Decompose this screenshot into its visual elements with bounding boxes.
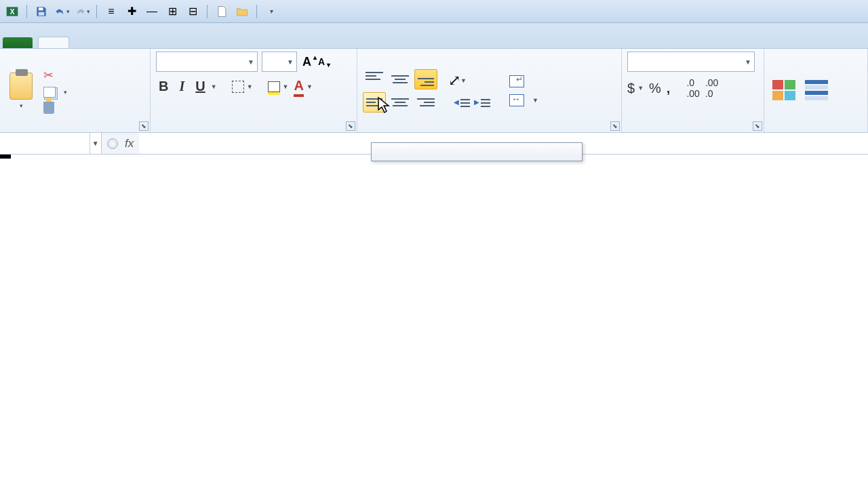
clipboard-icon [9, 73, 33, 100]
shrink-font-button[interactable]: A [317, 56, 326, 67]
font-color-button[interactable]: A [294, 78, 303, 95]
tab-view[interactable] [218, 37, 248, 48]
tab-formulas[interactable] [129, 37, 159, 48]
merge-icon [509, 94, 524, 106]
number-format-combo[interactable]: ▼ [627, 52, 755, 72]
name-box[interactable]: ▼ [0, 133, 102, 154]
group-number: ▼ $▼ % , .0.00 .00.0 ⬊ [622, 49, 764, 132]
svg-rect-2 [39, 7, 43, 10]
conditional-formatting-icon [772, 80, 795, 100]
ribbon-tabs [0, 23, 868, 49]
active-cell [0, 155, 11, 159]
tab-review[interactable] [189, 37, 218, 48]
cancel-icon[interactable] [107, 138, 118, 149]
qat-custom-icon[interactable]: ⊞ [164, 3, 180, 20]
borders-button[interactable] [232, 81, 244, 93]
qat-custom-icon[interactable]: ⊟ [184, 3, 201, 20]
align-bottom-button[interactable] [414, 69, 437, 89]
chevron-down-icon[interactable]: ▼ [637, 85, 644, 92]
undo-icon[interactable]: ▾ [54, 3, 70, 20]
cut-button[interactable]: ✂ [41, 67, 70, 83]
paste-button[interactable]: ▾ [5, 71, 37, 110]
group-label [156, 129, 351, 131]
formula-buttons: fx [102, 133, 139, 154]
align-left-button[interactable] [363, 92, 386, 113]
chevron-down-icon[interactable]: ▼ [211, 83, 217, 90]
title-bar: X ▾ ▾ ≡ ✚ — ⊞ ⊟ ▾ [0, 0, 868, 23]
qat-customize-icon[interactable]: ▾ [263, 3, 279, 20]
tab-home[interactable] [38, 37, 69, 48]
comma-format-button[interactable]: , [667, 81, 671, 96]
excel-app-icon[interactable]: X [4, 3, 20, 20]
orientation-button[interactable]: ⤢ [448, 72, 460, 89]
align-top-button[interactable] [363, 69, 386, 89]
svg-rect-3 [39, 12, 44, 15]
tab-data[interactable] [159, 37, 189, 48]
qat-custom-icon[interactable]: — [144, 3, 160, 20]
bold-button[interactable]: B [156, 77, 171, 96]
grow-font-button[interactable]: A [301, 55, 313, 69]
brush-icon [43, 102, 54, 114]
dialog-launcher-icon[interactable]: ⬊ [753, 121, 762, 131]
increase-decimal-button[interactable]: .0.00 [686, 77, 699, 99]
group-font: ▼ ▼ A A B I U▼ ▼ ▼ A▼ ⬊ [151, 49, 357, 132]
ribbon: ▾ ✂ ▾ ⬊ ▼ ▼ A A B I U▼ ▼ [0, 49, 868, 133]
copy-button[interactable]: ▾ [41, 86, 70, 98]
font-size-combo[interactable]: ▼ [262, 52, 297, 72]
name-box-input[interactable] [0, 136, 90, 151]
quick-access-toolbar: X ▾ ▾ ≡ ✚ — ⊞ ⊟ ▾ [4, 3, 279, 20]
format-as-table-button[interactable] [802, 77, 831, 104]
group-label [363, 129, 616, 131]
save-icon[interactable] [33, 3, 50, 20]
decrease-indent-button[interactable] [455, 96, 471, 110]
italic-button[interactable]: I [176, 77, 187, 96]
spreadsheet-grid[interactable] [0, 155, 868, 488]
copy-icon [43, 87, 56, 98]
align-center-button[interactable] [389, 92, 412, 113]
accounting-format-button[interactable]: $ [627, 81, 635, 96]
redo-icon[interactable]: ▾ [74, 3, 90, 20]
qat-custom-icon[interactable]: ≡ [103, 3, 119, 20]
align-middle-button[interactable] [389, 69, 412, 89]
open-folder-icon[interactable] [234, 3, 250, 20]
chevron-down-icon: ▼ [248, 58, 254, 66]
chevron-down-icon[interactable]: ▼ [307, 83, 313, 90]
group-label [627, 129, 758, 131]
tab-file[interactable] [3, 37, 33, 48]
increase-indent-button[interactable] [475, 96, 492, 110]
underline-button[interactable]: U [193, 77, 208, 96]
chevron-down-icon: ▼ [745, 58, 751, 66]
selection-outline [0, 155, 4, 159]
tab-insert[interactable] [69, 37, 99, 48]
font-name-combo[interactable]: ▼ [156, 52, 258, 72]
fx-icon[interactable]: fx [125, 137, 134, 150]
scissors-icon: ✂ [43, 68, 54, 83]
align-right-button[interactable] [414, 92, 437, 113]
wrap-text-icon [509, 75, 524, 87]
group-clipboard: ▾ ✂ ▾ ⬊ [0, 49, 151, 132]
percent-format-button[interactable]: % [649, 81, 661, 96]
conditional-formatting-button[interactable] [770, 77, 798, 104]
chevron-down-icon[interactable]: ▼ [247, 83, 253, 90]
decrease-decimal-button[interactable]: .00.0 [705, 77, 718, 99]
group-styles [764, 49, 868, 132]
dialog-launcher-icon[interactable]: ⬊ [610, 121, 620, 131]
group-alignment: ⤢▼ ▼ ⬊ [357, 49, 622, 132]
new-file-icon[interactable] [214, 3, 230, 20]
wrap-text-button[interactable] [505, 74, 542, 89]
tab-page-layout[interactable] [99, 37, 129, 48]
qat-custom-icon[interactable]: ✚ [123, 3, 140, 20]
chevron-down-icon[interactable]: ▼ [90, 133, 101, 154]
merge-center-button[interactable]: ▼ [505, 93, 542, 108]
dialog-launcher-icon[interactable]: ⬊ [346, 121, 355, 131]
dialog-launcher-icon[interactable]: ⬊ [139, 121, 149, 131]
chevron-down-icon: ▼ [532, 97, 538, 104]
chevron-down-icon[interactable]: ▼ [460, 77, 467, 84]
group-label [5, 129, 144, 131]
tab-developer[interactable] [248, 37, 278, 48]
format-painter-button[interactable] [41, 101, 70, 115]
chevron-down-icon[interactable]: ▼ [283, 83, 289, 90]
svg-text:X: X [10, 8, 15, 16]
group-label [770, 129, 862, 131]
fill-color-button[interactable] [268, 81, 280, 92]
